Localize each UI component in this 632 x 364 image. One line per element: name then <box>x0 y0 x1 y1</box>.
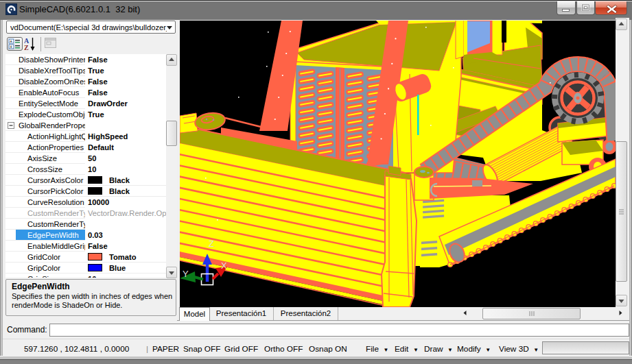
svg-text:+: + <box>10 39 12 44</box>
svg-text:Y: Y <box>183 269 189 279</box>
svg-text:X: X <box>221 260 227 271</box>
svg-text:Z: Z <box>209 239 214 249</box>
svg-text:Z: Z <box>24 44 29 51</box>
svg-text:+: + <box>10 45 12 49</box>
